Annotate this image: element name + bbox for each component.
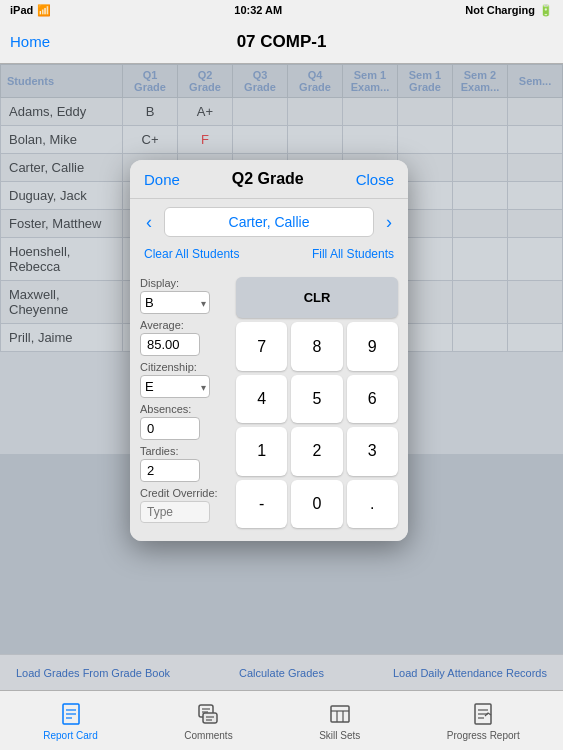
modal-title: Q2 Grade (232, 170, 304, 188)
key-1[interactable]: 1 (236, 427, 287, 475)
done-button[interactable]: Done (144, 171, 180, 188)
student-nav: ‹ Carter, Callie › (130, 199, 408, 245)
grade-entry-modal: Done Q2 Grade Close ‹ Carter, Callie › C… (130, 160, 408, 541)
next-student-button[interactable]: › (380, 210, 398, 235)
progress-report-label: Progress Report (447, 730, 520, 741)
display-label: Display: (140, 277, 230, 289)
citizenship-label: Citizenship: (140, 361, 230, 373)
report-card-icon (57, 700, 85, 728)
modal-body: Display: B A C F Average: Cit (130, 269, 408, 541)
display-select-wrapper: B A C F (140, 291, 210, 314)
tardies-input[interactable] (140, 459, 200, 482)
absences-label: Absences: (140, 403, 230, 415)
svg-rect-7 (203, 713, 217, 723)
tab-bar: Report Card Comments Skill Sets (0, 690, 563, 750)
tab-report-card[interactable]: Report Card (43, 700, 97, 741)
modal-links: Clear All Students Fill All Students (130, 245, 408, 269)
form-fields: Display: B A C F Average: Cit (140, 277, 230, 528)
display-select[interactable]: B A C F (140, 291, 210, 314)
current-student-display: Carter, Callie (164, 207, 374, 237)
key-dot[interactable]: . (347, 480, 398, 528)
tab-progress-report[interactable]: Progress Report (447, 700, 520, 741)
key-0[interactable]: 0 (291, 480, 342, 528)
key-4[interactable]: 4 (236, 375, 287, 423)
nav-title: 07 COMP-1 (237, 32, 327, 52)
load-attendance-button[interactable]: Load Daily Attendance Records (393, 667, 547, 679)
tardies-section: Tardies: (140, 445, 230, 482)
prev-student-button[interactable]: ‹ (140, 210, 158, 235)
tab-comments[interactable]: Comments (184, 700, 232, 741)
key-dash[interactable]: - (236, 480, 287, 528)
battery-label: Not Charging (465, 4, 535, 16)
absences-section: Absences: (140, 403, 230, 440)
citizenship-section: Citizenship: E S N (140, 361, 230, 398)
keypad-area: Display: B A C F Average: Cit (140, 277, 398, 528)
citizenship-select[interactable]: E S N (140, 375, 210, 398)
battery-icon: 🔋 (539, 4, 553, 17)
progress-report-icon (469, 700, 497, 728)
numpad: CLR 7 8 9 4 5 6 1 2 3 - 0 . (236, 277, 398, 528)
status-left: iPad 📶 (10, 4, 51, 17)
nav-bar: Home 07 COMP-1 (0, 20, 563, 64)
key-5[interactable]: 5 (291, 375, 342, 423)
citizenship-select-wrapper: E S N (140, 375, 210, 398)
key-8[interactable]: 8 (291, 322, 342, 370)
calculate-grades-button[interactable]: Calculate Grades (239, 667, 324, 679)
tardies-label: Tardies: (140, 445, 230, 457)
key-3[interactable]: 3 (347, 427, 398, 475)
close-button[interactable]: Close (356, 171, 394, 188)
key-7[interactable]: 7 (236, 322, 287, 370)
credit-override-section: Credit Override: (140, 487, 230, 523)
report-card-label: Report Card (43, 730, 97, 741)
svg-rect-10 (331, 706, 349, 722)
wifi-icon: 📶 (37, 4, 51, 17)
tab-skill-sets[interactable]: Skill Sets (319, 700, 360, 741)
clr-button[interactable]: CLR (236, 277, 398, 318)
credit-override-label: Credit Override: (140, 487, 230, 499)
load-grades-button[interactable]: Load Grades From Grade Book (16, 667, 170, 679)
comments-label: Comments (184, 730, 232, 741)
clear-all-students-button[interactable]: Clear All Students (144, 247, 239, 261)
credit-override-input[interactable] (140, 501, 210, 523)
skill-sets-icon (326, 700, 354, 728)
action-bar: Load Grades From Grade Book Calculate Gr… (0, 654, 563, 690)
carrier-label: iPad (10, 4, 33, 16)
absences-input[interactable] (140, 417, 200, 440)
key-6[interactable]: 6 (347, 375, 398, 423)
time-label: 10:32 AM (234, 4, 282, 16)
fill-all-students-button[interactable]: Fill All Students (312, 247, 394, 261)
key-9[interactable]: 9 (347, 322, 398, 370)
comments-icon (194, 700, 222, 728)
modal-header: Done Q2 Grade Close (130, 160, 408, 199)
status-right: Not Charging 🔋 (465, 4, 553, 17)
status-bar: iPad 📶 10:32 AM Not Charging 🔋 (0, 0, 563, 20)
back-button[interactable]: Home (10, 33, 50, 50)
average-label: Average: (140, 319, 230, 331)
key-2[interactable]: 2 (291, 427, 342, 475)
average-input[interactable] (140, 333, 200, 356)
average-section: Average: (140, 319, 230, 356)
skill-sets-label: Skill Sets (319, 730, 360, 741)
display-section: Display: B A C F (140, 277, 230, 314)
